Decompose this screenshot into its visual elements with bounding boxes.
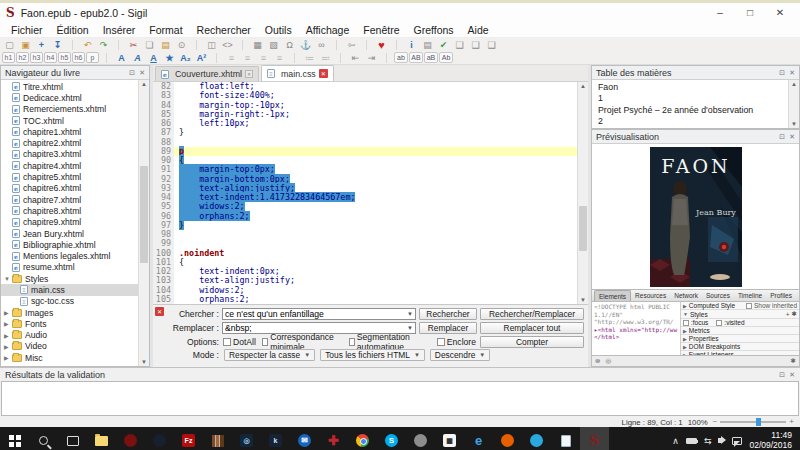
- tree-item-chapitre8-xhtml[interactable]: echapitre8.xhtml: [1, 205, 138, 216]
- link-icon[interactable]: ∞: [314, 39, 329, 51]
- tree-item-audio[interactable]: ▶Audio: [1, 330, 138, 341]
- open-file-icon[interactable]: ▣: [18, 39, 33, 51]
- tab-main-css[interactable]: ≡ main.css ✕: [261, 65, 334, 81]
- thunderbird-icon[interactable]: ✉: [290, 427, 319, 450]
- tree-item-chapitre6-xhtml[interactable]: echapitre6.xhtml: [1, 183, 138, 194]
- mode-dropdown[interactable]: Tous les fichiers HTML▼: [320, 349, 425, 361]
- inspector-section-computed-style[interactable]: ▶Computed StyleShow inherited: [681, 302, 799, 310]
- scroll-up-icon[interactable]: ▲: [139, 81, 149, 87]
- menu-item[interactable]: Affichage: [299, 23, 357, 37]
- tab-close-icon[interactable]: ✕: [245, 70, 253, 78]
- tree-item-titre-xhtml[interactable]: eTitre.xhtml: [1, 81, 138, 92]
- italic-icon[interactable]: A: [130, 52, 145, 64]
- plugin1-icon[interactable]: ❑: [452, 39, 467, 51]
- tree-item-styles[interactable]: ▼Styles: [1, 273, 138, 284]
- validation-results-list[interactable]: [1, 381, 799, 416]
- inspector-tab-timeline[interactable]: Timeline: [734, 290, 766, 301]
- scroll-down-icon[interactable]: ▼: [578, 297, 588, 303]
- anchor-icon[interactable]: ⚓: [298, 39, 313, 51]
- scroll-up-icon[interactable]: ▲: [578, 83, 588, 89]
- align-left-icon[interactable]: ≡: [224, 52, 239, 64]
- scroll-down-icon[interactable]: ▼: [139, 359, 149, 365]
- inspector-section-styles[interactable]: ▼Styles+✱: [681, 310, 799, 319]
- code-line[interactable]: 87}: [153, 128, 577, 137]
- taskbar-search-button[interactable]: [29, 427, 58, 450]
- code-line[interactable]: 88: [153, 138, 577, 147]
- gimp-icon[interactable]: [406, 427, 435, 450]
- code-line[interactable]: 86 left:10px;: [153, 119, 577, 128]
- tree-item-video[interactable]: ▶Video: [1, 341, 138, 352]
- maximize-button[interactable]: □: [736, 4, 764, 21]
- tree-item-sgc-toc-css[interactable]: ≡sgc-toc.css: [1, 296, 138, 307]
- code-view-icon[interactable]: <>: [220, 39, 235, 51]
- bullet-list-icon[interactable]: ≔: [302, 52, 317, 64]
- tree-item-chapitre1-xhtml[interactable]: echapitre1.xhtml: [1, 126, 138, 137]
- digikam-icon[interactable]: ◎: [232, 427, 261, 450]
- copy-icon[interactable]: ❏: [142, 39, 157, 51]
- speaker-icon[interactable]: [718, 438, 722, 443]
- metadata-icon[interactable]: i: [404, 39, 419, 51]
- code-line[interactable]: 97}: [153, 221, 577, 230]
- skype-icon[interactable]: S: [377, 427, 406, 450]
- code-line[interactable]: 89p: [153, 147, 577, 156]
- code-line[interactable]: 105 orphans:2;: [153, 295, 577, 304]
- menu-item[interactable]: Outils: [258, 23, 299, 37]
- tree-item-toc-xhtml[interactable]: eTOC.xhtml: [1, 115, 138, 126]
- notifications-icon[interactable]: [732, 437, 742, 445]
- tab-couverture[interactable]: e Couverture.xhtml ✕: [155, 66, 259, 81]
- tree-item-fonts[interactable]: ▶Fonts: [1, 318, 138, 329]
- lowercase-button[interactable]: ab: [394, 52, 408, 63]
- p-button[interactable]: p: [86, 52, 99, 63]
- tab-close-icon[interactable]: ✕: [319, 69, 328, 78]
- back-icon[interactable]: ⇦: [344, 39, 359, 51]
- insert-file-icon[interactable]: ▦: [250, 39, 265, 51]
- tree-item-chapitre7-xhtml[interactable]: echapitre7.xhtml: [1, 194, 138, 205]
- menu-item[interactable]: Fichier: [4, 23, 50, 37]
- pin-icon[interactable]: ⊡: [779, 133, 785, 141]
- replace-all-button[interactable]: Remplacer tout: [480, 322, 584, 334]
- count-button[interactable]: Compter: [480, 336, 584, 348]
- checkbox-icon[interactable]: [223, 338, 231, 346]
- add-style-icon[interactable]: +: [786, 311, 790, 318]
- pin-icon[interactable]: ⊡: [129, 69, 135, 77]
- notepad-icon[interactable]: [551, 427, 580, 450]
- h6-button[interactable]: h6: [72, 52, 85, 63]
- toc-entry[interactable]: 1: [598, 93, 788, 105]
- taskbar-clock[interactable]: 11:49 02/09/2016: [749, 431, 792, 450]
- inspector-tab-elements[interactable]: Elements: [594, 290, 631, 301]
- pin-icon[interactable]: ⊡: [779, 371, 785, 379]
- toc-entry[interactable]: Projet Psyché – 2e année d'observation: [598, 104, 788, 116]
- mode-dropdown[interactable]: Respecter la casse▼: [224, 349, 315, 361]
- check-icon[interactable]: ✔: [436, 39, 451, 51]
- sync-icon[interactable]: ⇆: [704, 436, 712, 446]
- chevron-icon[interactable]: ▶: [4, 332, 12, 339]
- code-line[interactable]: 96 orphans:2;: [153, 212, 577, 221]
- tray-chevron-icon[interactable]: ∧: [672, 436, 679, 446]
- find-replace-close-icon[interactable]: ✕: [155, 307, 164, 316]
- red-tool-icon[interactable]: ✚: [319, 427, 348, 450]
- inspector-pseudo-row[interactable]: :focus:visited: [681, 319, 799, 327]
- checkbox-icon[interactable]: [262, 338, 268, 346]
- inspector-section-metrics[interactable]: ▶Metrics: [681, 327, 799, 335]
- h2-button[interactable]: h2: [16, 52, 29, 63]
- checkbox-icon[interactable]: [746, 303, 752, 309]
- tree-item-chapitre5-xhtml[interactable]: echapitre5.xhtml: [1, 171, 138, 182]
- save-icon[interactable]: ↧: [50, 39, 65, 51]
- tree-item-remerciements-xhtml[interactable]: eRemerciements.xhtml: [1, 104, 138, 115]
- tree-item-main-css[interactable]: ≡main.css: [1, 284, 138, 295]
- start-button[interactable]: [0, 427, 29, 450]
- menu-item[interactable]: Édition: [50, 23, 96, 37]
- chrome-icon[interactable]: [348, 427, 377, 450]
- menu-item[interactable]: Insérer: [96, 23, 143, 37]
- editor-scrollbar[interactable]: ▲ ▼: [577, 82, 588, 304]
- inspector-tab-profiles[interactable]: Profiles: [766, 290, 796, 301]
- underline-icon[interactable]: A: [146, 52, 161, 64]
- zoom-in-icon[interactable]: +: [789, 418, 794, 426]
- insert-image-icon[interactable]: ▧: [266, 39, 281, 51]
- gear-icon[interactable]: ✱: [791, 357, 796, 365]
- menu-item[interactable]: Format: [142, 23, 189, 37]
- find-replace-button[interactable]: Rechercher/Remplacer: [480, 308, 584, 320]
- tree-item-mentions-legales-xhtml[interactable]: eMentions legales.xhtml: [1, 250, 138, 261]
- inspect-element-icon[interactable]: ⊗: [595, 357, 600, 365]
- undo-icon[interactable]: ↶: [80, 39, 95, 51]
